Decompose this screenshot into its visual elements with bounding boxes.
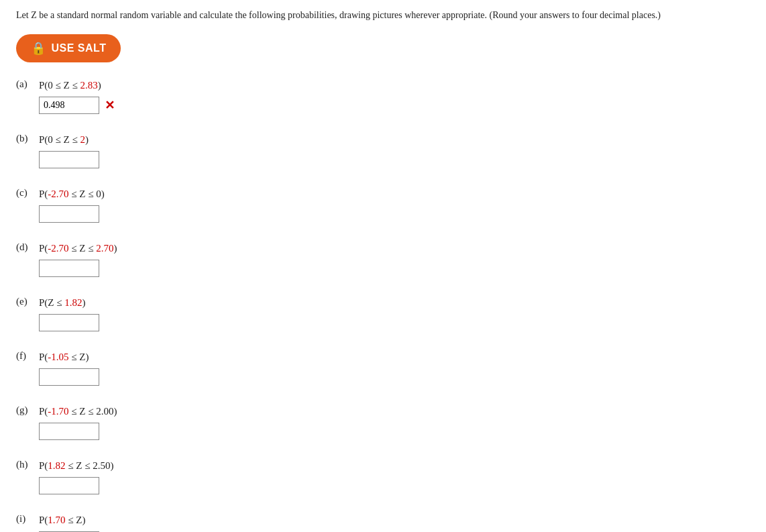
label-part-2: ≤ Z ≤ bbox=[69, 243, 97, 254]
problem-body: P(0 ≤ Z ≤ 2.83)✕ bbox=[39, 78, 115, 114]
problem-letter: (f) bbox=[16, 350, 36, 362]
answer-row bbox=[39, 368, 99, 386]
use-salt-button[interactable]: 🔒 USE SALT bbox=[16, 34, 121, 62]
label-part-0: P(Z ≤ bbox=[39, 297, 64, 308]
problem-body: P(-1.05 ≤ Z) bbox=[39, 350, 99, 386]
answer-row bbox=[39, 477, 113, 494]
label-part-0: P( bbox=[39, 406, 48, 417]
label-part-2: ≤ Z ≤ 2.50) bbox=[66, 460, 114, 471]
answer-input-d[interactable] bbox=[39, 260, 99, 277]
problem-letter: (e) bbox=[16, 296, 36, 307]
label-part-0: P( bbox=[39, 243, 48, 254]
answer-input-h[interactable] bbox=[39, 477, 99, 494]
wrong-icon: ✕ bbox=[105, 98, 115, 113]
problem-letter: (b) bbox=[16, 133, 36, 144]
problem-b: (b)P(0 ≤ Z ≤ 2) bbox=[16, 133, 750, 168]
label-part-1: 2.83 bbox=[80, 80, 97, 91]
problem-body: P(-2.70 ≤ Z ≤ 0) bbox=[39, 187, 105, 223]
label-part-1: -1.70 bbox=[48, 406, 68, 417]
answer-input-b[interactable] bbox=[39, 151, 99, 168]
label-part-1: 2 bbox=[80, 134, 85, 145]
problem-letter: (d) bbox=[16, 242, 36, 253]
label-part-2: ≤ Z) bbox=[66, 515, 86, 525]
problem-label: P(0 ≤ Z ≤ 2) bbox=[39, 133, 99, 147]
answer-row bbox=[39, 151, 99, 168]
problem-letter: (h) bbox=[16, 459, 36, 470]
problem-h: (h)P(1.82 ≤ Z ≤ 2.50) bbox=[16, 459, 750, 494]
label-part-0: P(0 ≤ Z ≤ bbox=[39, 80, 80, 91]
problem-e: (e)P(Z ≤ 1.82) bbox=[16, 296, 750, 331]
answer-row bbox=[39, 260, 117, 277]
problem-body: P(-1.70 ≤ Z ≤ 2.00) bbox=[39, 405, 117, 440]
label-part-1: 1.82 bbox=[48, 460, 65, 471]
label-part-0: P( bbox=[39, 515, 48, 525]
problem-letter: (i) bbox=[16, 513, 36, 525]
problem-g: (g)P(-1.70 ≤ Z ≤ 2.00) bbox=[16, 405, 750, 440]
label-part-0: P(0 ≤ Z ≤ bbox=[39, 134, 80, 145]
label-part-1: 1.82 bbox=[64, 297, 82, 308]
label-part-0: P( bbox=[39, 352, 48, 362]
answer-row bbox=[39, 314, 99, 331]
problem-label: P(1.70 ≤ Z) bbox=[39, 513, 99, 527]
problem-letter: (g) bbox=[16, 405, 36, 416]
answer-input-f[interactable] bbox=[39, 368, 99, 386]
label-part-2: ≤ Z ≤ 2.00) bbox=[69, 406, 117, 417]
label-part-4: ) bbox=[113, 243, 117, 254]
problem-body: P(1.82 ≤ Z ≤ 2.50) bbox=[39, 459, 113, 494]
label-part-2: ≤ Z ≤ 0) bbox=[69, 189, 105, 199]
problem-body: P(1.70 ≤ Z) bbox=[39, 513, 99, 532]
answer-row bbox=[39, 205, 105, 223]
problems-container: (a)P(0 ≤ Z ≤ 2.83)✕(b)P(0 ≤ Z ≤ 2)(c)P(-… bbox=[16, 78, 750, 532]
label-part-2: ) bbox=[82, 297, 85, 308]
label-part-2: ) bbox=[85, 134, 89, 145]
answer-input-a[interactable] bbox=[39, 97, 99, 114]
answer-row bbox=[39, 423, 117, 440]
problem-label: P(-2.70 ≤ Z ≤ 2.70) bbox=[39, 242, 117, 256]
label-part-0: P( bbox=[39, 189, 48, 199]
problem-body: P(-2.70 ≤ Z ≤ 2.70) bbox=[39, 242, 117, 277]
answer-row: ✕ bbox=[39, 97, 115, 114]
problem-c: (c)P(-2.70 ≤ Z ≤ 0) bbox=[16, 187, 750, 223]
label-part-3: 2.70 bbox=[96, 243, 113, 254]
label-part-0: P( bbox=[39, 460, 48, 471]
problem-f: (f)P(-1.05 ≤ Z) bbox=[16, 350, 750, 386]
problem-d: (d)P(-2.70 ≤ Z ≤ 2.70) bbox=[16, 242, 750, 277]
label-part-2: ) bbox=[98, 80, 101, 91]
answer-input-g[interactable] bbox=[39, 423, 99, 440]
problem-label: P(1.82 ≤ Z ≤ 2.50) bbox=[39, 459, 113, 473]
answer-input-c[interactable] bbox=[39, 205, 99, 223]
label-part-1: 1.70 bbox=[48, 515, 65, 525]
problem-letter: (c) bbox=[16, 187, 36, 199]
problem-body: P(Z ≤ 1.82) bbox=[39, 296, 99, 331]
label-part-1: -1.05 bbox=[48, 352, 68, 362]
problem-label: P(-1.70 ≤ Z ≤ 2.00) bbox=[39, 405, 117, 419]
problem-label: P(Z ≤ 1.82) bbox=[39, 296, 99, 310]
instructions: Let Z be a standard normal random variab… bbox=[16, 8, 750, 22]
problem-i: (i)P(1.70 ≤ Z) bbox=[16, 513, 750, 532]
problem-a: (a)P(0 ≤ Z ≤ 2.83)✕ bbox=[16, 78, 750, 114]
label-part-1: -2.70 bbox=[48, 189, 68, 199]
label-part-1: -2.70 bbox=[48, 243, 68, 254]
use-salt-label: USE SALT bbox=[52, 42, 107, 54]
problem-label: P(0 ≤ Z ≤ 2.83) bbox=[39, 78, 115, 93]
problem-letter: (a) bbox=[16, 78, 36, 90]
problem-body: P(0 ≤ Z ≤ 2) bbox=[39, 133, 99, 168]
problem-label: P(-1.05 ≤ Z) bbox=[39, 350, 99, 364]
label-part-2: ≤ Z) bbox=[69, 352, 89, 362]
answer-input-e[interactable] bbox=[39, 314, 99, 331]
salt-icon: 🔒 bbox=[31, 41, 46, 56]
problem-label: P(-2.70 ≤ Z ≤ 0) bbox=[39, 187, 105, 201]
